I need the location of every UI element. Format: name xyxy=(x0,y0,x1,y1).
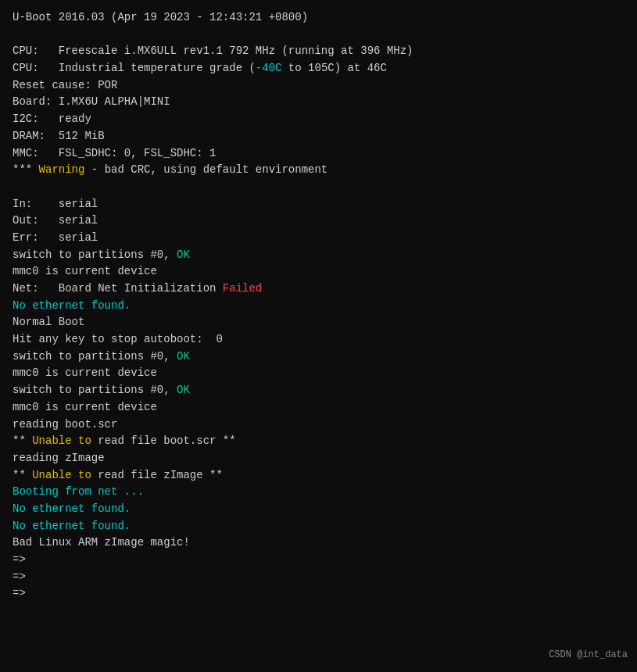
terminal-text: Hit any key to stop autoboot: 0 xyxy=(13,333,223,345)
terminal-line: CPU: Industrial temperature grade (-40C … xyxy=(13,60,624,77)
terminal-line: mmc0 is current device xyxy=(13,263,624,281)
terminal-text: CPU: Industrial temperature grade ( xyxy=(13,62,256,74)
terminal-line: Out: serial xyxy=(13,213,624,230)
terminal-text: OK xyxy=(177,248,190,261)
terminal-text: Reset cause: POR xyxy=(13,79,117,91)
terminal-line: Hit any key to stop autoboot: 0 xyxy=(13,331,624,349)
terminal-text: Out: serial xyxy=(13,214,98,227)
terminal-line: switch to partitions #0, OK xyxy=(13,382,624,399)
terminal-line: CPU: Freescale i.MX6ULL rev1.1 792 MHz (… xyxy=(13,43,624,60)
terminal-line: U-Boot 2016.03 (Apr 19 2023 - 12:43:21 +… xyxy=(13,9,624,27)
terminal-text: *** xyxy=(13,163,39,176)
terminal-text: Normal Boot xyxy=(13,316,84,328)
terminal-line: Bad Linux ARM zImage magic! xyxy=(13,534,624,552)
terminal-text: mmc0 is current device xyxy=(13,366,157,379)
terminal-text: Failed xyxy=(223,282,262,295)
terminal-line: mmc0 is current device xyxy=(13,399,624,416)
terminal-text: reading boot.scr xyxy=(13,418,117,431)
terminal-text: Bad Linux ARM zImage magic! xyxy=(13,536,190,549)
terminal-text: Err: serial xyxy=(13,231,98,244)
terminal-line: ** Unable to read file boot.scr ** xyxy=(13,433,624,450)
terminal-text: read file zImage ** xyxy=(91,469,223,481)
terminal-text: No ethernet found. xyxy=(13,299,131,312)
terminal-text: switch to partitions #0, xyxy=(13,350,177,363)
terminal-line: => xyxy=(13,569,624,586)
terminal-text: I2C: ready xyxy=(13,113,91,125)
terminal-text: MMC: FSL_SDHC: 0, FSL_SDHC: 1 xyxy=(13,147,216,159)
terminal-text: switch to partitions #0, xyxy=(13,248,177,261)
terminal-text: U-Boot 2016.03 (Apr 19 2023 - 12:43:21 +… xyxy=(13,11,308,23)
terminal-text: CPU: Freescale i.MX6ULL rev1.1 792 MHz (… xyxy=(13,45,413,57)
terminal-line: ** Unable to read file zImage ** xyxy=(13,467,624,484)
terminal-line: Reset cause: POR xyxy=(13,77,624,95)
terminal-line: Booting from net ... xyxy=(13,484,624,501)
terminal-line: switch to partitions #0, OK xyxy=(13,247,624,264)
terminal-text: reading zImage xyxy=(13,452,105,464)
terminal-text: mmc0 is current device xyxy=(13,401,157,413)
terminal-line: In: serial xyxy=(13,196,624,213)
terminal-text: => xyxy=(13,570,26,583)
terminal-text: No ethernet found. xyxy=(13,520,131,532)
terminal-text: switch to partitions #0, xyxy=(13,384,177,396)
terminal-text: - bad CRC, using default environment xyxy=(84,163,327,176)
terminal-text: read file boot.scr ** xyxy=(91,434,236,447)
terminal-text: Board: I.MX6U ALPHA|MINI xyxy=(13,95,170,108)
terminal-line: DRAM: 512 MiB xyxy=(13,128,624,145)
terminal-text: => xyxy=(13,553,26,566)
terminal-line: Board: I.MX6U ALPHA|MINI xyxy=(13,94,624,111)
terminal-line: => xyxy=(13,552,624,569)
terminal-line: MMC: FSL_SDHC: 0, FSL_SDHC: 1 xyxy=(13,145,624,163)
terminal-line: No ethernet found. xyxy=(13,298,624,315)
watermark: CSDN @int_data xyxy=(549,648,628,663)
terminal-text: Unable to xyxy=(32,434,91,447)
terminal-line: reading boot.scr xyxy=(13,416,624,434)
terminal-text: OK xyxy=(177,350,190,363)
terminal-text: DRAM: 512 MiB xyxy=(13,130,105,142)
terminal-line: Net: Board Net Initialization Failed xyxy=(13,281,624,298)
terminal-line: *** Warning - bad CRC, using default env… xyxy=(13,162,624,179)
terminal-text: => xyxy=(13,587,26,599)
terminal-line: switch to partitions #0, OK xyxy=(13,349,624,366)
terminal-line: mmc0 is current device xyxy=(13,365,624,382)
terminal-text: ** xyxy=(13,434,32,447)
terminal-line: reading zImage xyxy=(13,450,624,467)
terminal-line xyxy=(13,27,624,44)
terminal-line: No ethernet found. xyxy=(13,518,624,535)
terminal-text: Net: Board Net Initialization xyxy=(13,282,223,295)
terminal-line xyxy=(13,179,624,196)
terminal-line: => xyxy=(13,585,624,602)
terminal-output: U-Boot 2016.03 (Apr 19 2023 - 12:43:21 +… xyxy=(13,9,624,602)
terminal-text: OK xyxy=(177,384,190,396)
terminal-text: to 105C) at 46C xyxy=(281,62,386,74)
terminal-text: Unable to xyxy=(32,469,91,481)
terminal-line: Normal Boot xyxy=(13,314,624,331)
terminal-text: No ethernet found. xyxy=(13,502,131,515)
terminal-text: mmc0 is current device xyxy=(13,265,157,277)
terminal-text: ** xyxy=(13,469,32,481)
terminal-text: Booting from net ... xyxy=(13,485,144,498)
terminal-text: -40C xyxy=(256,62,282,74)
terminal-line: No ethernet found. xyxy=(13,501,624,518)
terminal-text: Warning xyxy=(39,163,85,176)
terminal-text: In: serial xyxy=(13,198,98,210)
terminal-line: Err: serial xyxy=(13,230,624,247)
terminal-line: I2C: ready xyxy=(13,111,624,128)
